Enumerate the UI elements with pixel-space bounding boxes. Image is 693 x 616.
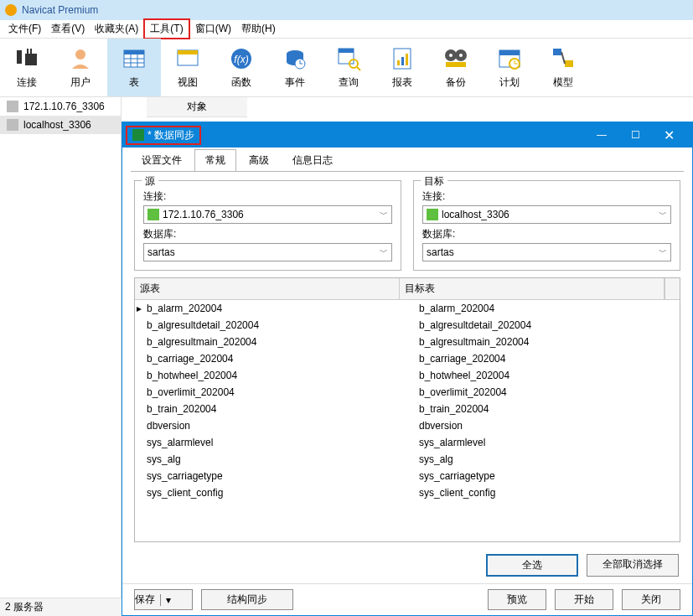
target-table-cell: sys_alarmlevel: [407, 434, 680, 451]
source-table-cell: sys_carriagetype: [135, 468, 407, 484]
tab-log[interactable]: 信息日志: [282, 149, 344, 171]
app-logo-icon: [5, 4, 17, 16]
svg-rect-2: [27, 49, 28, 54]
minimize-button[interactable]: —: [585, 122, 618, 148]
tool-user[interactable]: 用户: [54, 39, 107, 96]
save-button[interactable]: 保存▾: [134, 589, 193, 610]
status-text: 2 服务器: [5, 600, 44, 614]
tab-advanced[interactable]: 高级: [238, 149, 280, 171]
target-legend: 目标: [421, 174, 447, 189]
object-tab[interactable]: 对象: [147, 97, 247, 117]
db-icon: [147, 209, 159, 220]
menu-view[interactable]: 查看(V): [46, 20, 90, 38]
col-target-table: 目标表: [400, 278, 665, 299]
target-conn-dropdown[interactable]: localhost_3306﹀: [422, 205, 671, 224]
svg-rect-33: [446, 62, 466, 67]
preview-button[interactable]: 预览: [488, 589, 546, 610]
svg-rect-1: [25, 54, 37, 65]
tool-report[interactable]: 报表: [375, 39, 429, 96]
connection-sidebar: 172.1.10.76_3306 localhost_3306: [0, 97, 122, 598]
db-icon: [427, 209, 438, 220]
main-toolbar: 连接 用户 表 视图 f(x)函数 事件 查询 报表 备份 计划 模型: [0, 39, 693, 97]
table-row[interactable]: dbversiondbversion: [135, 417, 680, 434]
tool-function[interactable]: f(x)函数: [215, 39, 268, 96]
start-button[interactable]: 开始: [555, 589, 613, 610]
close-dialog-button[interactable]: 关闭: [622, 589, 680, 610]
tab-config[interactable]: 设置文件: [131, 149, 193, 171]
connection-item[interactable]: localhost_3306: [0, 116, 121, 134]
source-table-cell: b_hotwheel_202004: [135, 367, 407, 384]
tool-backup[interactable]: 备份: [429, 39, 483, 96]
table-row[interactable]: b_algresultdetail_202004b_algresultdetai…: [135, 317, 680, 334]
target-table-cell: dbversion: [407, 417, 680, 434]
maximize-button[interactable]: ☐: [618, 122, 652, 148]
source-conn-label: 连接:: [143, 189, 392, 204]
struct-sync-button[interactable]: 结构同步: [201, 589, 293, 610]
deselect-all-button[interactable]: 全部取消选择: [587, 554, 679, 577]
table-row[interactable]: b_hotwheel_202004b_hotwheel_202004: [135, 367, 680, 384]
tool-connect[interactable]: 连接: [0, 39, 54, 96]
tool-table[interactable]: 表: [107, 39, 161, 96]
chevron-down-icon: ﹀: [380, 209, 388, 220]
target-table-cell: b_algresultdetail_202004: [407, 317, 680, 334]
table-row[interactable]: sys_alarmlevelsys_alarmlevel: [135, 434, 680, 451]
db-icon: [7, 119, 18, 131]
svg-line-41: [561, 52, 565, 64]
target-table-cell: b_hotwheel_202004: [407, 367, 680, 384]
table-row[interactable]: sys_carriagetypesys_carriagetype: [135, 468, 680, 484]
source-conn-dropdown[interactable]: 172.1.10.76_3306﹀: [143, 205, 392, 224]
target-db-label: 数据库:: [422, 227, 671, 241]
chevron-down-icon: ﹀: [380, 246, 388, 258]
table-row[interactable]: sys_client_configsys_client_config: [135, 484, 680, 501]
select-all-button[interactable]: 全选: [486, 554, 578, 577]
source-table-cell: b_alarm_202004: [135, 300, 407, 317]
svg-rect-28: [406, 54, 408, 65]
chevron-down-icon: ﹀: [659, 209, 667, 220]
close-button[interactable]: ✕: [652, 122, 685, 148]
tool-query[interactable]: 查询: [322, 39, 375, 96]
svg-rect-6: [124, 50, 144, 54]
source-table-cell: b_algresultmain_202004: [135, 334, 407, 350]
source-table-cell: b_train_202004: [135, 401, 407, 417]
tool-view[interactable]: 视图: [161, 39, 215, 96]
menu-file[interactable]: 文件(F): [3, 20, 46, 38]
app-title: Navicat Premium: [22, 4, 98, 16]
menu-tools[interactable]: 工具(T): [143, 18, 189, 39]
svg-rect-39: [553, 49, 561, 55]
target-table-cell: b_algresultmain_202004: [407, 334, 680, 350]
source-db-dropdown[interactable]: sartas﹀: [143, 243, 392, 261]
svg-rect-35: [499, 50, 520, 55]
svg-text:f(x): f(x): [234, 54, 248, 65]
tool-plan[interactable]: 计划: [483, 39, 536, 96]
svg-rect-26: [397, 60, 400, 65]
svg-rect-22: [339, 49, 354, 53]
menu-favorites[interactable]: 收藏夹(A): [90, 20, 143, 38]
menu-help[interactable]: 帮助(H): [236, 20, 281, 38]
table-row[interactable]: b_overlimit_202004b_overlimit_202004: [135, 384, 680, 401]
target-db-dropdown[interactable]: sartas﹀: [422, 243, 671, 261]
table-row[interactable]: b_alarm_202004b_alarm_202004: [135, 300, 680, 317]
table-row[interactable]: b_algresultmain_202004b_algresultmain_20…: [135, 334, 680, 350]
connection-item[interactable]: 172.1.10.76_3306: [0, 97, 121, 116]
table-row[interactable]: sys_algsys_alg: [135, 451, 680, 468]
dialog-tabs: 设置文件 常规 高级 信息日志: [122, 148, 692, 171]
table-row[interactable]: b_carriage_202004b_carriage_202004: [135, 350, 680, 367]
chevron-down-icon: ▾: [160, 594, 176, 606]
source-table-cell: b_overlimit_202004: [135, 384, 407, 401]
menu-window[interactable]: 窗口(W): [190, 20, 236, 38]
tool-model[interactable]: 模型: [536, 39, 590, 96]
table-row[interactable]: b_train_202004b_train_202004: [135, 401, 680, 417]
target-table-cell: b_alarm_202004: [407, 300, 680, 317]
source-table-cell: sys_alg: [135, 451, 407, 468]
source-table-cell: b_algresultdetail_202004: [135, 317, 407, 334]
source-legend: 源: [142, 174, 158, 189]
target-table-cell: sys_client_config: [407, 484, 680, 501]
svg-rect-0: [17, 50, 22, 64]
target-table-cell: sys_alg: [407, 451, 680, 468]
source-group: 源 连接: 172.1.10.76_3306﹀ 数据库: sartas﹀: [134, 180, 401, 271]
tool-event[interactable]: 事件: [268, 39, 322, 96]
table-body[interactable]: b_alarm_202004b_alarm_202004b_algresultd…: [135, 300, 680, 541]
target-group: 目标 连接: localhost_3306﹀ 数据库: sartas﹀: [413, 180, 680, 271]
tab-general[interactable]: 常规: [194, 149, 236, 171]
scroll-gutter: [665, 278, 680, 299]
